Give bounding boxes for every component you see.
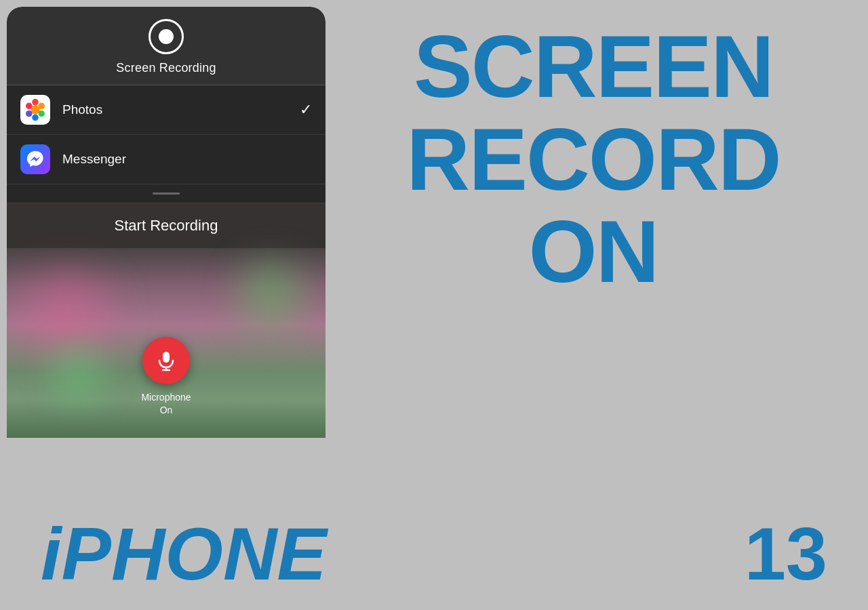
headline-text: SCREEN RECORD ON <box>332 20 854 298</box>
photos-app-item[interactable]: Photos ✓ <box>7 85 326 135</box>
bottom-text-area: iPHONE 13 <box>0 510 868 596</box>
model-number-label: 13 <box>745 510 827 596</box>
microphone-button[interactable] <box>142 337 190 384</box>
mic-label-text: Microphone <box>141 391 191 405</box>
partial-line <box>153 192 180 195</box>
svg-point-5 <box>26 110 33 117</box>
svg-rect-7 <box>163 352 170 363</box>
svg-point-3 <box>38 110 44 117</box>
headline-line1: SCREEN <box>332 20 854 113</box>
color-blob-3 <box>47 343 108 404</box>
record-icon-dot <box>159 29 174 44</box>
panel-top: Screen Recording Ph <box>7 7 326 248</box>
mic-status-text: On <box>141 404 191 418</box>
svg-point-1 <box>32 99 39 106</box>
headline-line2: RECORD <box>332 113 854 206</box>
app-list: Photos ✓ Messenger <box>7 85 326 203</box>
start-recording-button[interactable]: Start Recording <box>115 217 218 235</box>
microphone-label: Microphone On <box>141 391 191 418</box>
iphone-label: iPHONE <box>41 510 327 596</box>
start-recording-section: Start Recording <box>7 203 326 248</box>
iphone-panel: Screen Recording Ph <box>7 7 326 461</box>
photos-app-name: Photos <box>62 102 300 117</box>
record-icon-circle <box>149 19 184 54</box>
photos-app-icon <box>20 95 50 125</box>
messenger-app-item[interactable]: Messenger <box>7 135 326 184</box>
photos-checkmark: ✓ <box>300 101 312 119</box>
svg-point-6 <box>26 103 33 110</box>
panel-bottom: Microphone On <box>7 248 326 438</box>
messenger-app-icon <box>20 144 50 174</box>
svg-point-2 <box>38 103 44 110</box>
svg-point-4 <box>32 115 39 121</box>
screen-recording-header: Screen Recording <box>7 19 326 85</box>
messenger-app-name: Messenger <box>62 152 312 167</box>
headline-line3: ON <box>332 205 854 298</box>
partial-item <box>7 184 326 203</box>
screen-recording-label: Screen Recording <box>116 61 216 75</box>
color-blob-2 <box>237 262 305 329</box>
mic-icon <box>155 350 177 371</box>
